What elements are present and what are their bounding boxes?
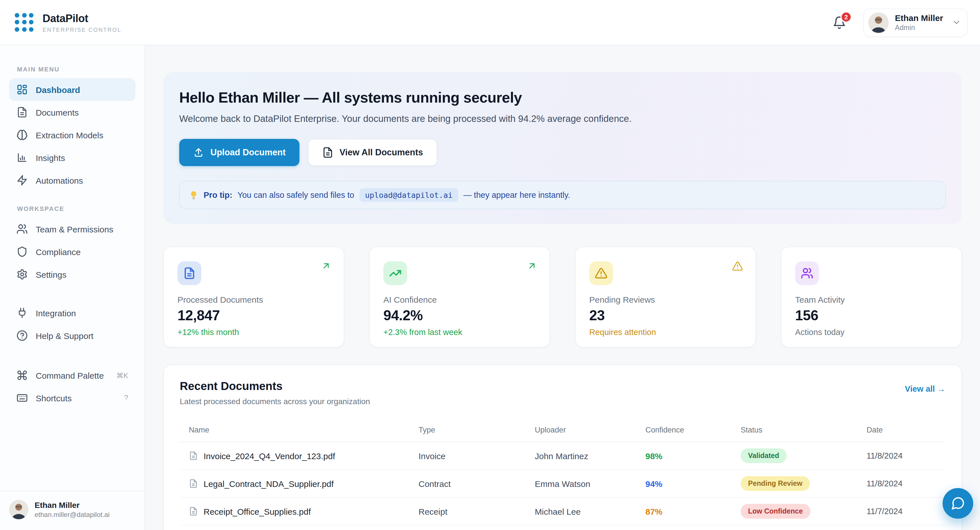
stat-cards-row: Processed Documents 12,847 +12% this mon… <box>163 247 962 348</box>
sidebar-item-documents[interactable]: Documents <box>9 101 135 124</box>
shortcut-hint: ⌘K <box>116 371 128 379</box>
status-badge: Low Confidence <box>741 504 810 519</box>
document-type: Invoice <box>418 451 535 460</box>
brand-subtitle: ENTERPRISE CONTROL <box>43 26 121 33</box>
sidebar-item-settings[interactable]: Settings <box>9 263 135 286</box>
section-title: Recent Documents <box>180 380 370 393</box>
document-name: Receipt_Office_Supplies.pdf <box>204 506 311 516</box>
upload-icon <box>193 147 204 158</box>
arrow-up-right-icon <box>527 261 537 271</box>
user-menu[interactable]: Ethan Miller Admin <box>863 8 967 36</box>
trending-up-icon <box>383 261 407 285</box>
column-header-name: Name <box>189 426 418 434</box>
sidebar-section-main-menu: MAIN MENU <box>17 66 135 73</box>
document-type: Receipt <box>418 506 535 516</box>
sidebar-item-insights[interactable]: Insights <box>9 146 135 169</box>
arrow-up-right-icon <box>321 261 331 271</box>
stat-card-team-activity[interactable]: Team Activity 156 Actions today <box>781 247 962 348</box>
layout-dashboard-icon <box>16 84 28 95</box>
view-all-link[interactable]: View all → <box>905 384 945 406</box>
pro-tip-banner: Pro tip: You can also safely send files … <box>179 181 946 209</box>
chat-fab-button[interactable] <box>943 488 973 519</box>
document-type: Contract <box>418 479 535 488</box>
document-date: 11/8/2024 <box>867 479 945 488</box>
stat-label: Team Activity <box>795 295 948 305</box>
sidebar-item-automations[interactable]: Automations <box>9 169 135 192</box>
sidebar-item-dashboard[interactable]: Dashboard <box>9 78 135 101</box>
status-badge: Validated <box>741 448 787 463</box>
chevron-down-icon <box>951 17 961 27</box>
table-row[interactable]: Invoice_2024_Q4_Vendor_123.pdf Invoice J… <box>180 442 945 470</box>
stat-label: Processed Documents <box>178 295 330 305</box>
stat-card-processed-documents[interactable]: Processed Documents 12,847 +12% this mon… <box>163 247 344 348</box>
main-content: Hello Ethan Miller — All systems running… <box>145 45 980 530</box>
pro-tip-suffix: — they appear here instantly. <box>463 190 570 200</box>
stat-card-pending-reviews[interactable]: Pending Reviews 23 Requires attention <box>575 247 756 348</box>
app-window: DataPilot ENTERPRISE CONTROL 2 Ethan Mil… <box>0 0 980 530</box>
stat-value: 94.2% <box>383 307 536 324</box>
brain-icon <box>16 129 28 141</box>
stat-label: AI Confidence <box>383 295 536 305</box>
alert-triangle-icon <box>589 261 613 285</box>
stat-label: Pending Reviews <box>589 295 742 305</box>
sidebar-item-label: Help & Support <box>36 331 93 340</box>
user-avatar <box>9 500 29 519</box>
user-name: Ethan Miller <box>35 500 110 510</box>
table-row[interactable]: Purchase_Order_2024_1156.pdf Purchase Or… <box>180 525 945 530</box>
sidebar-user-card[interactable]: Ethan Miller ethan.miller@datapilot.ai <box>0 491 145 530</box>
stat-value: 12,847 <box>178 307 330 324</box>
stat-card-ai-confidence[interactable]: AI Confidence 94.2% +2.3% from last week <box>369 247 550 348</box>
column-header-uploader: Uploader <box>535 426 645 434</box>
file-icon <box>189 451 198 460</box>
sidebar-item-label: Documents <box>36 108 79 117</box>
sidebar-item-label: Insights <box>36 153 65 162</box>
stat-trend: +2.3% from last week <box>383 328 536 337</box>
stat-trend: Requires attention <box>589 328 742 337</box>
sidebar-item-compliance[interactable]: Compliance <box>9 240 135 263</box>
sidebar-item-shortcuts[interactable]: Shortcuts ? <box>9 387 135 409</box>
sidebar-section-workspace: WORKSPACE <box>17 205 135 212</box>
document-uploader: Emma Watson <box>535 479 645 488</box>
file-icon <box>189 507 198 516</box>
bar-chart-icon <box>16 152 28 163</box>
status-badge: Pending Review <box>741 476 810 491</box>
document-date: 11/7/2024 <box>867 507 945 516</box>
sidebar-item-extraction-models[interactable]: Extraction Models <box>9 124 135 146</box>
upload-document-button[interactable]: Upload Document <box>179 139 299 166</box>
confidence-value: 87% <box>645 506 741 516</box>
stat-trend: Actions today <box>795 328 948 337</box>
column-header-date: Date <box>867 426 945 434</box>
sidebar-item-label: Settings <box>36 270 66 279</box>
brand-name: DataPilot <box>43 12 121 25</box>
zap-icon <box>16 175 28 186</box>
sidebar-item-team-permissions[interactable]: Team & Permissions <box>9 218 135 240</box>
file-text-icon <box>16 106 28 118</box>
table-row[interactable]: Legal_Contract_NDA_Supplier.pdf Contract… <box>180 470 945 498</box>
keyboard-icon <box>16 392 28 404</box>
notifications-button[interactable]: 2 <box>832 16 846 29</box>
lightbulb-icon <box>189 190 199 200</box>
sidebar-item-integration[interactable]: Integration <box>9 301 135 324</box>
stat-value: 23 <box>589 307 742 324</box>
confidence-value: 98% <box>645 451 741 460</box>
upload-email-code[interactable]: upload@datapilot.ai <box>359 188 458 202</box>
stat-value: 156 <box>795 307 948 324</box>
sidebar-item-command-palette[interactable]: Command Palette ⌘K <box>9 364 135 387</box>
sidebar-item-label: Shortcuts <box>36 393 72 403</box>
brand-logo-icon <box>15 13 34 32</box>
sidebar-item-label: Dashboard <box>36 85 80 94</box>
view-all-documents-button[interactable]: View All Documents <box>308 139 437 166</box>
sidebar-item-help-support[interactable]: Help & Support <box>9 324 135 347</box>
confidence-value: 94% <box>645 479 741 488</box>
recent-documents-card: Recent Documents Latest processed docume… <box>163 365 962 530</box>
file-icon <box>189 479 198 488</box>
table-row[interactable]: Receipt_Office_Supplies.pdf Receipt Mich… <box>180 498 945 525</box>
pro-tip-label: Pro tip: <box>204 190 232 200</box>
notification-count-badge: 2 <box>840 11 852 22</box>
section-subtitle: Latest processed documents across your o… <box>180 397 370 406</box>
chat-bubble-icon <box>950 496 965 511</box>
command-icon <box>16 370 28 381</box>
file-text-icon <box>322 147 333 158</box>
sidebar-item-label: Compliance <box>36 247 81 257</box>
document-uploader: Michael Lee <box>535 506 645 516</box>
